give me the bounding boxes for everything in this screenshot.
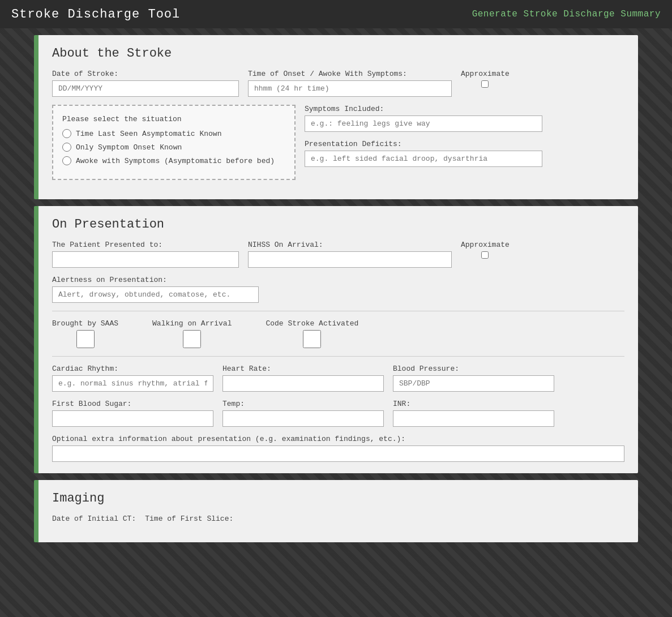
symptoms-fields: Symptoms Included: Presentation Deficits…	[305, 105, 542, 167]
inr-input[interactable]	[393, 410, 554, 427]
about-stroke-section: About the Stroke Date of Stroke: Time of…	[34, 35, 638, 199]
symptoms-included-label: Symptoms Included:	[305, 105, 542, 113]
approximate-group: Approximate	[461, 70, 510, 88]
inr-label: INR:	[393, 400, 554, 408]
nihss-input[interactable]	[248, 251, 452, 268]
radio-only-symptom[interactable]	[62, 143, 71, 152]
saas-label: Brought by SAAS	[52, 319, 118, 328]
on-presentation-title: On Presentation	[52, 217, 624, 232]
date-of-stroke-input[interactable]	[52, 80, 239, 97]
saas-checkbox[interactable]	[76, 330, 95, 348]
imaging-section: Imaging Date of Initial CT: Time of Firs…	[34, 480, 638, 542]
presentation-deficits-input[interactable]	[305, 151, 542, 167]
nihss-group: NIHSS On Arrival:	[248, 241, 452, 268]
cardiac-rhythm-input[interactable]	[52, 375, 213, 392]
symptoms-included-input[interactable]	[305, 115, 542, 132]
temp-input[interactable]	[222, 410, 384, 427]
time-of-onset-group: Time of Onset / Awoke With Symptoms:	[248, 70, 452, 97]
extra-info-input[interactable]	[52, 445, 624, 462]
radio-option-1: Time Last Seen Asymptomatic Known	[62, 129, 285, 138]
walking-checkbox[interactable]	[183, 330, 201, 348]
symptoms-included-group: Symptoms Included:	[305, 105, 542, 132]
on-presentation-section: On Presentation The Patient Presented to…	[34, 206, 638, 473]
patient-presented-input[interactable]	[52, 251, 239, 268]
presentation-row1: The Patient Presented to: NIHSS On Arriv…	[52, 241, 624, 268]
time-of-onset-input[interactable]	[248, 80, 452, 97]
situation-box: Please select the situation Time Last Se…	[52, 105, 296, 180]
radio-time-last-seen-label[interactable]: Time Last Seen Asymptomatic Known	[76, 130, 221, 138]
radio-time-last-seen[interactable]	[62, 129, 71, 138]
code-stroke-label: Code Stroke Activated	[266, 319, 358, 328]
blood-sugar-label: First Blood Sugar:	[52, 400, 213, 408]
extra-info-label: Optional extra information about present…	[52, 435, 624, 443]
alertness-group: Alertness on Presentation:	[52, 276, 259, 303]
stroke-date-row: Date of Stroke: Time of Onset / Awoke Wi…	[52, 70, 624, 97]
vitals-row1: Cardiac Rhythm: Heart Rate: Blood Pressu…	[52, 365, 624, 392]
alertness-label: Alertness on Presentation:	[52, 276, 259, 284]
date-initial-ct-group: Date of Initial CT:	[52, 515, 136, 523]
blood-sugar-group: First Blood Sugar:	[52, 400, 213, 427]
blood-pressure-label: Blood Pressure:	[393, 365, 554, 373]
temp-label: Temp:	[222, 400, 384, 408]
code-stroke-checkbox[interactable]	[303, 330, 321, 348]
presentation-deficits-label: Presentation Deficits:	[305, 140, 542, 148]
radio-awoke-symptoms[interactable]	[62, 156, 71, 165]
heart-rate-group: Heart Rate:	[222, 365, 384, 392]
imaging-row: Date of Initial CT: Time of First Slice:	[52, 515, 624, 523]
nihss-label: NIHSS On Arrival:	[248, 241, 452, 249]
time-first-slice-label: Time of First Slice:	[145, 515, 233, 523]
extra-info-group: Optional extra information about present…	[52, 435, 624, 462]
cardiac-rhythm-group: Cardiac Rhythm:	[52, 365, 213, 392]
app-title: Stroke Discharge Tool	[11, 7, 180, 22]
approximate-group-2: Approximate	[461, 241, 510, 259]
walking-group: Walking on Arrival	[152, 319, 232, 348]
patient-presented-label: The Patient Presented to:	[52, 241, 239, 249]
blood-sugar-input[interactable]	[52, 410, 213, 427]
situation-title: Please select the situation	[62, 115, 285, 123]
alertness-input[interactable]	[52, 286, 259, 303]
alertness-row: Alertness on Presentation:	[52, 276, 624, 303]
date-of-stroke-group: Date of Stroke:	[52, 70, 239, 97]
vitals-row2: First Blood Sugar: Temp: INR:	[52, 400, 624, 427]
date-initial-ct-label: Date of Initial CT:	[52, 515, 136, 523]
date-of-stroke-label: Date of Stroke:	[52, 70, 239, 78]
heart-rate-input[interactable]	[222, 375, 384, 392]
about-stroke-title: About the Stroke	[52, 46, 624, 61]
approximate-checkbox-2[interactable]	[481, 251, 489, 259]
inr-group: INR:	[393, 400, 554, 427]
time-first-slice-group: Time of First Slice:	[145, 515, 233, 523]
saas-group: Brought by SAAS	[52, 319, 118, 348]
time-of-onset-label: Time of Onset / Awoke With Symptoms:	[248, 70, 452, 78]
approximate-label: Approximate	[461, 70, 510, 78]
blood-pressure-group: Blood Pressure:	[393, 365, 554, 392]
radio-option-2: Only Symptom Onset Known	[62, 143, 285, 152]
temp-group: Temp:	[222, 400, 384, 427]
imaging-title: Imaging	[52, 491, 624, 505]
situation-row: Please select the situation Time Last Se…	[52, 105, 624, 180]
app-header: Stroke Discharge Tool Generate Stroke Di…	[0, 0, 672, 28]
generate-button[interactable]: Generate Stroke Discharge Summary	[472, 9, 661, 19]
presentation-deficits-group: Presentation Deficits:	[305, 140, 542, 167]
radio-only-symptom-label[interactable]: Only Symptom Onset Known	[76, 143, 182, 152]
approximate-label-2: Approximate	[461, 241, 510, 249]
blood-pressure-input[interactable]	[393, 375, 554, 392]
checkbox-row: Brought by SAAS Walking on Arrival Code …	[52, 319, 624, 348]
cardiac-rhythm-label: Cardiac Rhythm:	[52, 365, 213, 373]
heart-rate-label: Heart Rate:	[222, 365, 384, 373]
radio-option-3: Awoke with Symptoms (Asymptomatic before…	[62, 156, 285, 165]
approximate-checkbox[interactable]	[481, 80, 489, 88]
code-stroke-group: Code Stroke Activated	[266, 319, 358, 348]
patient-presented-group: The Patient Presented to:	[52, 241, 239, 268]
radio-awoke-symptoms-label[interactable]: Awoke with Symptoms (Asymptomatic before…	[76, 157, 275, 165]
walking-label: Walking on Arrival	[152, 319, 232, 328]
